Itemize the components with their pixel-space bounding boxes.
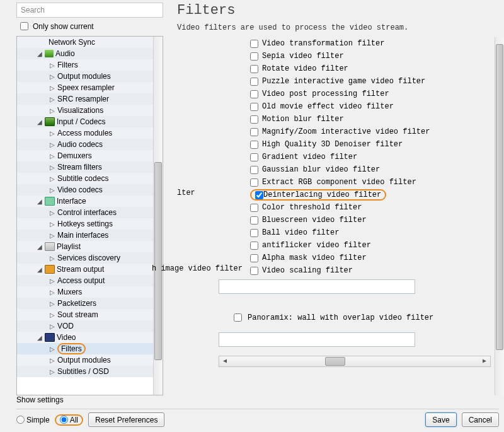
tree-row[interactable]: ▷Main interfaces [17, 230, 154, 241]
collapse-icon[interactable]: ◢ [36, 266, 43, 273]
filter-checkbox[interactable] [250, 254, 258, 262]
reset-preferences-button[interactable]: Reset Preferences [88, 412, 164, 427]
expand-icon[interactable]: ▷ [49, 255, 56, 262]
expand-icon[interactable]: ▷ [49, 85, 56, 91]
panoramix-label: Panoramix: wall with overlap video filte… [248, 313, 433, 322]
filter-label: Sepia video filter [262, 52, 344, 61]
tree-row[interactable]: ▷Output modules [17, 354, 154, 366]
tree-row[interactable]: ▷Demuxers [17, 150, 154, 161]
tree-row[interactable]: ▷Access modules [17, 127, 154, 139]
scroll-right-icon[interactable]: ▶ [479, 357, 490, 366]
expand-icon[interactable]: ▷ [49, 300, 56, 307]
filter-label: High Quality 3D Denoiser filter [262, 140, 403, 149]
expand-icon[interactable]: ▷ [49, 141, 56, 148]
tree-row[interactable]: ▷Output modules [17, 71, 154, 82]
collapse-icon[interactable]: ◢ [36, 50, 43, 57]
filter-label: Color threshold filter [262, 203, 362, 212]
tree-scrollbar[interactable] [153, 37, 163, 395]
expand-icon[interactable]: ▷ [49, 323, 56, 330]
tree-row[interactable]: ▷Hotkeys settings [17, 218, 154, 230]
filter-checkbox[interactable] [250, 52, 258, 61]
collapse-icon[interactable]: ◢ [36, 119, 43, 126]
filter-label: antiflicker video filter [262, 241, 371, 250]
filter-checkbox[interactable] [250, 90, 258, 98]
tree-row[interactable]: ▷Filters [17, 59, 154, 71]
filter-checkbox[interactable] [250, 103, 258, 111]
expand-icon[interactable]: ▷ [49, 175, 56, 182]
tree-row[interactable]: ▷VOD [17, 320, 154, 332]
simple-radio[interactable]: Simple [16, 416, 50, 424]
expand-icon[interactable]: ▷ [49, 96, 56, 103]
expand-icon[interactable]: ▷ [49, 368, 56, 375]
tree-row[interactable]: ▷Subtitles / OSD [17, 366, 154, 377]
filter-checkbox[interactable] [250, 153, 258, 161]
filter-checkbox[interactable] [250, 216, 258, 225]
collapse-icon[interactable]: ◢ [36, 198, 43, 205]
tree-row[interactable]: ▷Speex resampler [17, 82, 154, 93]
expand-icon[interactable]: ▷ [49, 289, 56, 296]
expand-icon[interactable]: ▷ [49, 153, 56, 160]
all-radio[interactable]: All [60, 416, 78, 424]
filter-checkbox[interactable] [250, 141, 258, 149]
filter-checkbox[interactable] [250, 115, 258, 124]
tree-row[interactable]: ▷Control interfaces [17, 207, 154, 218]
expand-icon[interactable]: ▷ [49, 73, 56, 80]
tree-row[interactable]: ▷Stream filters [17, 161, 154, 173]
tree-row[interactable]: ▷Subtitle codecs [17, 173, 154, 184]
expand-icon[interactable]: ▷ [49, 107, 56, 114]
filter-checkbox[interactable] [250, 128, 258, 136]
tree-row[interactable]: ◢Input / Codecs [17, 116, 154, 127]
tree-row[interactable]: ▷Video codecs [17, 184, 154, 196]
tree-row[interactable]: ◢Stream output [17, 264, 154, 275]
filter-label: Ball video filter [262, 228, 339, 237]
filter-checkbox[interactable] [250, 229, 258, 237]
only-show-current-checkbox[interactable]: Only show current [16, 18, 163, 36]
scroll-left-icon[interactable]: ◀ [219, 357, 231, 366]
filter-checkbox[interactable] [250, 267, 258, 275]
expand-icon[interactable]: ▷ [49, 221, 56, 228]
tree-row[interactable]: ▷Filters [17, 343, 154, 354]
expand-icon[interactable]: ▷ [49, 187, 56, 194]
filter-checkbox[interactable] [250, 40, 258, 48]
search-input[interactable]: Search [16, 3, 163, 18]
tree-row[interactable]: ▷Sout stream [17, 309, 154, 320]
filter-checkbox[interactable] [250, 204, 258, 212]
filter-label: Video post processing filter [262, 90, 389, 98]
tree-row[interactable]: ◢Audio [17, 48, 154, 59]
tree-row[interactable]: ▷Audio codecs [17, 139, 154, 150]
tree-row[interactable]: Network Sync [17, 37, 154, 48]
expand-icon[interactable]: ▷ [49, 346, 56, 353]
tree-row[interactable]: ◢Interface [17, 196, 154, 207]
expand-icon[interactable]: ▷ [49, 209, 56, 216]
expand-icon[interactable]: ▷ [49, 130, 56, 137]
tree-row[interactable]: ◢Playlist [17, 241, 154, 252]
expand-icon[interactable]: ▷ [49, 62, 56, 69]
expand-icon[interactable]: ▷ [49, 357, 56, 364]
tree-row[interactable]: ◢Video [17, 332, 154, 343]
expand-icon[interactable]: ▷ [49, 164, 56, 171]
group-label-1: lter [177, 189, 195, 197]
expand-icon[interactable]: ▷ [49, 232, 56, 239]
save-button[interactable]: Save [425, 412, 456, 427]
tree-row[interactable]: ▷Muxers [17, 286, 154, 298]
filter-label: Video scaling filter [262, 266, 353, 275]
tree-row[interactable]: ▷Packetizers [17, 298, 154, 309]
filter-checkbox[interactable] [250, 65, 258, 73]
collapse-icon[interactable]: ◢ [36, 243, 43, 250]
collapse-icon[interactable]: ◢ [36, 334, 43, 341]
filter-checkbox[interactable] [250, 178, 258, 187]
filter-checkbox[interactable] [255, 191, 263, 199]
filter-checkbox[interactable] [250, 242, 258, 250]
expand-icon[interactable]: ▷ [49, 277, 56, 284]
horizontal-scrollbar[interactable]: ◀▶ [219, 356, 491, 367]
expand-icon[interactable]: ▷ [49, 312, 56, 318]
content-scrollbar[interactable] [495, 37, 504, 395]
tree-row[interactable]: ▷Services discovery [17, 252, 154, 264]
filter-label: Old movie effect video filter [262, 102, 394, 111]
cancel-button[interactable]: Cancel [462, 412, 499, 427]
filter-checkbox[interactable] [250, 166, 258, 174]
tree-row[interactable]: ▷Access output [17, 275, 154, 286]
filter-checkbox[interactable] [250, 78, 258, 86]
tree-row[interactable]: ▷Visualizations [17, 105, 154, 116]
tree-row[interactable]: ▷SRC resampler [17, 93, 154, 105]
